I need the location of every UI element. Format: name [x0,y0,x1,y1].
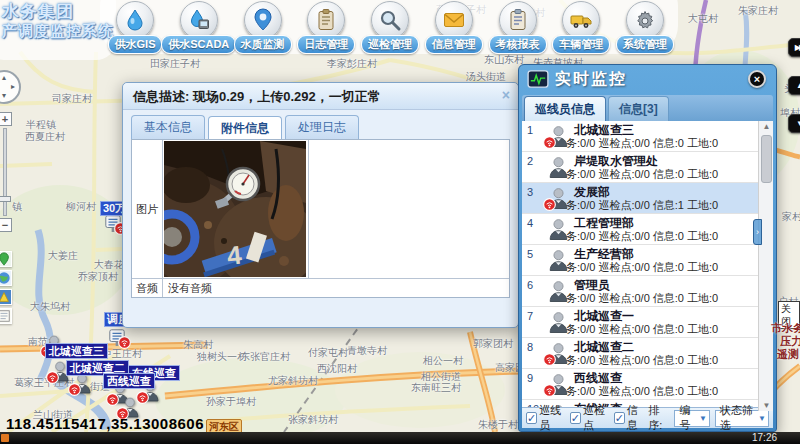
patrol-member-row[interactable]: 9 西线巡查 务:0/0 巡检点:0/0 信息:0 工地:0 [522,369,773,400]
map-label: 朱楼于村 [478,418,518,432]
filter-checkbox[interactable]: ✓ 信息 [614,403,644,433]
scroll-down-icon[interactable]: ▼ [759,401,774,410]
panel-header[interactable]: 实时监控 × [519,65,776,95]
member-stats: 务:0/0 巡检点:0/0 信息:0 工地:0 [566,292,773,305]
dialog-close-icon[interactable]: × [502,87,510,103]
panel-tab[interactable]: 信息[3] [608,96,669,121]
toolbar-button[interactable]: 供水SCADA [168,1,230,54]
member-stats: 务:0/0 巡检点:0/0 信息:0 工地:0 [566,354,773,367]
audio-row: 音频 没有音频 [132,278,509,297]
station-marker[interactable] [108,328,126,346]
toolbar-button[interactable]: 日志管理 [295,1,357,54]
toolbar-button[interactable]: 水质监测 [232,1,294,54]
patrol-member-row[interactable]: 6 管理员 务:0/0 巡检点:0/0 信息:0 工地:0 [522,276,773,307]
avatar [548,341,569,365]
checkbox-check-icon[interactable]: ✓ [526,412,537,424]
row-number: 9 [527,372,533,384]
toolbar-button[interactable]: 信息管理 [423,1,485,54]
zoom-slider-track[interactable] [3,128,7,216]
pan-down-icon[interactable]: ▾ [2,91,6,100]
toolbar-button[interactable]: 巡检管理 [359,1,421,54]
taskbar-app-icon[interactable] [1,434,9,442]
map-label: 柳河村 [66,200,96,214]
checkbox-check-icon[interactable]: ✓ [570,412,581,424]
coordinates-readout: 118.45115417,35.13008606 [6,415,204,432]
patrol-member-row[interactable]: 4 工程管理部 务:0/0 巡检点:0/0 信息:0 工地:0 [522,214,773,245]
patrol-name-pill[interactable]: 北城巡查三 [45,343,108,359]
dialog-tab[interactable]: 附件信息 [208,116,282,140]
dialog-tab[interactable]: 基本信息 [131,115,205,139]
photo-row-label: 图片 [132,140,163,278]
chevron-down-icon: ▼ [758,414,766,423]
avatar [548,186,569,210]
patrol-member-row[interactable]: 7 北城巡查一 务:0/0 巡检点:0/0 信息:0 工地:0 [522,307,773,338]
zoom-out-button[interactable]: − [0,218,12,232]
os-taskbar[interactable]: 17:26 [0,432,800,444]
station-marker[interactable] [104,214,122,232]
map-label: 东南旺三村 [411,381,461,395]
dialog-header[interactable]: 信息描述: 现场0.29，上传0.292，一切正常 × [123,83,518,110]
toolbar-icon-circle [307,1,345,39]
status-filter-select[interactable]: 状态筛选 ▼ [715,410,769,427]
toolbar-button[interactable]: 供水GIS [104,1,166,54]
filter-checkboxes: ✓ 巡线员 ✓ 巡检点 ✓ 信息 [526,403,643,433]
row-number: 7 [527,310,533,322]
map-label: 青墩寺村 [347,344,387,358]
scrollbar-thumb[interactable] [761,135,772,183]
audio-value: 没有音频 [163,281,212,296]
filter-checkbox[interactable]: ✓ 巡线员 [526,403,565,433]
member-stats: 务:0/0 巡检点:0/0 信息:0 工地:0 [566,261,773,274]
toolbar-button[interactable]: 车辆管理 [550,1,612,54]
panel-tabs: 巡线员信息信息[3] [522,95,773,121]
toolbar-icon-circle [180,1,218,39]
patrol-name-pill[interactable]: 西线巡查 [103,373,155,389]
audio-row-label: 音频 [132,279,163,297]
panel-close-button[interactable]: × [748,70,766,88]
toolbar-button-label: 日志管理 [297,35,355,54]
zoom-in-button[interactable]: + [0,112,12,126]
logo-line1: 水务集团 [2,2,114,22]
map-label: 相公一村 [423,354,463,368]
wifi-online-icon [68,383,81,396]
panel-collapse-handle[interactable]: › [753,219,762,245]
zoom-slider-handle[interactable] [0,196,11,202]
toolbar-icon [187,8,211,32]
map-label: 大姜庄 [48,249,78,263]
panel-tab[interactable]: 巡线员信息 [524,96,606,121]
map-tool-stack [0,251,12,324]
member-name: 工程管理部 [574,216,773,230]
patrol-member-row[interactable]: 5 生产经营部 务:0/0 巡检点:0/0 信息:0 工地:0 [522,245,773,276]
member-stats: 务:0/0 巡检点:0/0 信息:0 工地:0 [566,385,773,398]
pan-right-icon[interactable]: ▸ [11,82,15,91]
dialog-tab[interactable]: 处理日志 [285,115,359,139]
map-label: 东张官庄村 [240,350,290,364]
checkbox-label: 巡线员 [539,403,565,433]
measure-tool-icon[interactable] [0,289,12,305]
map-nav-button[interactable]: ▶▶ [788,38,800,57]
pan-up-icon[interactable]: ▴ [2,73,6,82]
filter-checkbox[interactable]: ✓ 巡检点 [570,403,609,433]
checkbox-check-icon[interactable]: ✓ [614,412,625,424]
avatar [548,155,569,179]
toolbar-icon [251,8,275,32]
sort-select-value: 编号 [679,403,696,433]
patrol-member-row[interactable]: 8 北城巡查二 务:0/0 巡检点:0/0 信息:0 工地:0 [522,338,773,369]
map-nav-button[interactable]: ▼ [788,114,800,133]
patrol-member-row[interactable]: 1 北城巡查三 务:0/0 巡检点:0/0 信息:0 工地:0 [522,121,773,152]
sort-select[interactable]: 编号 ▼ [674,410,710,427]
scroll-up-icon[interactable]: ▲ [759,122,774,131]
attachment-photo[interactable]: 4 [163,140,309,278]
list-scrollbar[interactable]: ▲ ▼ [758,121,773,411]
notes-tool-icon[interactable] [0,308,12,324]
wifi-online-icon [543,384,556,397]
patrol-member-row[interactable]: 3 发展部 务:0/0 巡检点:0/0 信息:1 工地:0 [522,183,773,214]
patrol-member-row[interactable]: 2 岸堤取水管理处 务:0/0 巡检点:0/0 信息:0 工地:0 [522,152,773,183]
satellite-view-icon[interactable] [0,270,12,286]
toolbar-button[interactable]: 考核报表 [487,1,549,54]
marker-tool-icon[interactable] [0,251,12,267]
toolbar-button[interactable]: 系统管理 [614,1,676,54]
map-nav-button[interactable]: ▲ [788,76,800,95]
toolbar-icon-circle [626,1,664,39]
photo-row-empty [309,140,509,278]
member-name: 生产经营部 [574,247,773,261]
